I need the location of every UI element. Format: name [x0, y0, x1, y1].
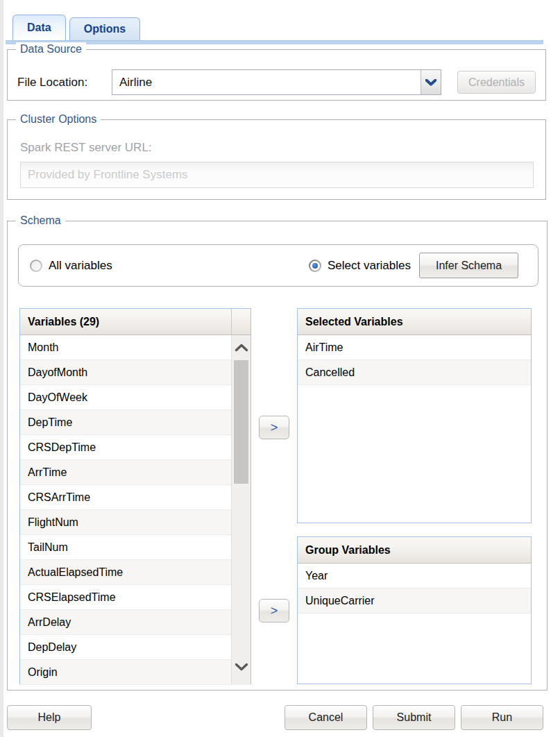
chevron-down-icon: [235, 663, 248, 671]
select-variables-option[interactable]: Select variables Infer Schema: [309, 253, 518, 278]
variables-list-item[interactable]: ArrDelay: [20, 610, 231, 635]
variables-list-item[interactable]: Month: [20, 335, 231, 360]
cluster-options-fieldset: Cluster Options Spark REST server URL:: [7, 119, 546, 200]
cancel-button[interactable]: Cancel: [285, 705, 367, 730]
dropdown-arrow-button[interactable]: [421, 70, 441, 94]
variable-mode-box: All variables Select variables Infer Sch…: [18, 244, 538, 287]
variables-list-item-label: Month: [28, 341, 58, 354]
group-variables-header: Group Variables: [298, 537, 531, 564]
file-location-value: Airline: [112, 76, 421, 90]
variables-list-item-label: DepDelay: [28, 641, 76, 654]
schema-legend: Schema: [16, 214, 65, 228]
variables-list-item[interactable]: CRSArrTime: [20, 485, 231, 510]
chevron-up-icon: [235, 344, 248, 352]
variables-list-item-label: DayOfWeek: [28, 391, 87, 404]
selected-variables-item[interactable]: AirTime: [298, 335, 531, 360]
file-location-dropdown[interactable]: Airline: [112, 69, 441, 95]
selected-variables-list: AirTime Cancelled: [298, 335, 531, 385]
variables-list-item[interactable]: DayOfWeek: [20, 385, 231, 410]
selected-variables-item-label: Cancelled: [305, 366, 355, 379]
data-source-fieldset: Data Source File Location: Airline Crede…: [7, 49, 546, 101]
variables-list-item-label: ActualElapsedTime: [28, 566, 123, 579]
variables-list-item[interactable]: DepTime: [20, 410, 231, 435]
scroll-down-button[interactable]: [232, 663, 251, 671]
group-variables-item-label: UniqueCarrier: [305, 595, 375, 607]
variables-list-item-label: ArrTime: [28, 466, 67, 479]
variables-list-item-label: FlightNum: [28, 516, 78, 529]
scrollbar-thumb[interactable]: [234, 360, 248, 484]
variables-panel: Variables (29) Month DayofMonth DayOfWee…: [19, 308, 251, 684]
tab-options-label: Options: [84, 23, 126, 35]
tab-data-label: Data: [27, 22, 51, 34]
selected-variables-item[interactable]: Cancelled: [298, 360, 531, 385]
file-location-row: File Location: Airline Credentials: [17, 69, 536, 95]
variables-list-item-label: Origin: [28, 666, 58, 679]
variables-list-item[interactable]: FlightNum: [20, 510, 231, 535]
variables-list-item-label: CRSDepTime: [28, 441, 96, 454]
selected-variables-item-label: AirTime: [305, 341, 343, 354]
variables-list-item[interactable]: DayofMonth: [20, 360, 231, 385]
spark-url-input[interactable]: [20, 162, 534, 188]
selected-variables-header: Selected Variables: [298, 309, 531, 335]
variables-list-item-label: ArrDelay: [28, 616, 71, 629]
variables-list-item[interactable]: CRSElapsedTime: [20, 585, 231, 610]
group-variables-item[interactable]: Year: [298, 564, 531, 588]
scroll-up-button[interactable]: [232, 344, 251, 352]
variables-list-item-label: CRSArrTime: [28, 491, 90, 504]
select-variables-radio[interactable]: [309, 260, 321, 272]
select-variables-label: Select variables: [328, 259, 411, 273]
move-to-selected-button[interactable]: >: [259, 416, 289, 439]
help-button[interactable]: Help: [7, 705, 92, 730]
variables-list-item-label: CRSElapsedTime: [28, 591, 116, 604]
variables-scrollbar[interactable]: [231, 335, 251, 685]
infer-schema-button[interactable]: Infer Schema: [419, 253, 518, 278]
cluster-options-legend: Cluster Options: [16, 112, 101, 126]
all-variables-option[interactable]: All variables: [30, 259, 112, 273]
credentials-button[interactable]: Credentials: [457, 71, 536, 94]
group-variables-item[interactable]: UniqueCarrier: [298, 588, 531, 613]
variables-list-item-label: DepTime: [28, 416, 72, 429]
run-button[interactable]: Run: [461, 705, 543, 730]
all-variables-label: All variables: [49, 259, 112, 273]
submit-button[interactable]: Submit: [373, 705, 455, 730]
variables-list-item[interactable]: DepDelay: [20, 635, 231, 660]
group-variables-list: Year UniqueCarrier: [298, 564, 531, 613]
tab-underline: [6, 40, 543, 44]
move-to-group-button[interactable]: >: [259, 599, 289, 622]
group-variables-item-label: Year: [305, 570, 328, 582]
variables-scrollbar-header: [231, 309, 251, 335]
schema-fieldset: Schema All variables Select variables In…: [7, 221, 548, 691]
selected-variables-panel: Selected Variables AirTime Cancelled: [297, 308, 532, 523]
data-source-legend: Data Source: [16, 42, 86, 56]
variables-list-item[interactable]: CRSDepTime: [20, 435, 231, 460]
variables-list-item-label: TailNum: [28, 541, 68, 554]
variables-list-item[interactable]: Origin: [20, 660, 231, 685]
window-left-edge: [0, 0, 3, 737]
variables-list-item[interactable]: ArrTime: [20, 460, 231, 485]
tab-data[interactable]: Data: [12, 15, 66, 40]
file-location-label: File Location:: [17, 76, 112, 90]
group-variables-panel: Group Variables Year UniqueCarrier: [297, 536, 532, 684]
variables-list-item-label: DayofMonth: [28, 366, 87, 379]
chevron-down-icon: [425, 79, 436, 86]
variables-list: Month DayofMonth DayOfWeek DepTime CRSDe…: [20, 335, 231, 685]
all-variables-radio[interactable]: [30, 260, 42, 272]
spark-url-label: Spark REST server URL:: [20, 141, 152, 155]
tab-options[interactable]: Options: [69, 17, 140, 40]
variables-header: Variables (29): [20, 309, 231, 335]
variables-list-item[interactable]: TailNum: [20, 535, 231, 560]
tab-bar: Data Options: [12, 0, 140, 40]
variables-list-item[interactable]: ActualElapsedTime: [20, 560, 231, 585]
